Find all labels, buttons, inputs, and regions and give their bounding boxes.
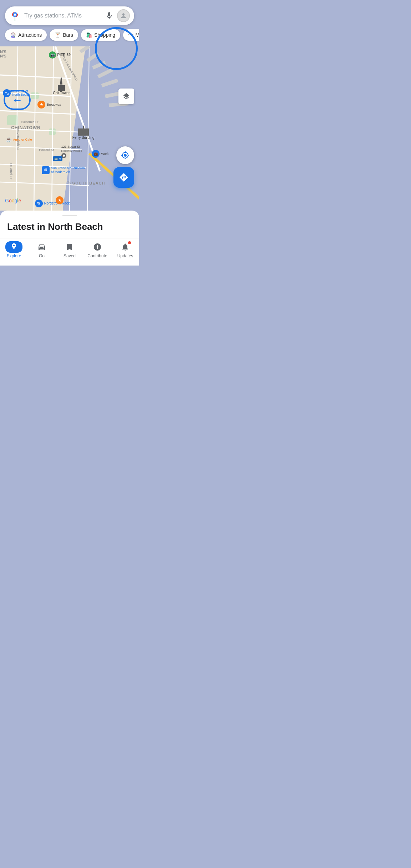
neighborhood-south-beach: SOUTH BEACH (72, 181, 105, 185)
pier39-marker: 📷 PIER 39 (49, 51, 71, 59)
svg-point-22 (14, 14, 16, 16)
svg-line-16 (93, 62, 105, 68)
updates-icon-wrap (120, 242, 130, 252)
shopping-icon: 🛍️ (86, 32, 92, 38)
contribute-icon-wrap (92, 242, 102, 252)
filter-pills-container: 🎡 Attractions 🍸 Bars 🛍️ Shopping ··· Mor… (0, 29, 139, 41)
explore-icon-bg (5, 241, 22, 253)
saved-icon-wrap (65, 242, 75, 252)
location-button[interactable] (116, 146, 134, 164)
natural-pet-marker: 🛍 Natural PetNorth Beach (3, 89, 30, 97)
filter-label-shopping: Shopping (94, 32, 115, 38)
svg-line-17 (98, 70, 112, 77)
more-dots-icon: ··· (128, 32, 134, 38)
bottom-sheet-handle (62, 215, 77, 216)
filter-pill-more[interactable]: ··· More (123, 29, 139, 41)
street-label-ofarrell: O'Farrell St (9, 163, 12, 179)
layers-button[interactable] (118, 89, 134, 104)
filter-pill-attractions[interactable]: 🎡 Attractions (5, 29, 47, 41)
neighborhood-chinatown: CHINATOWN (11, 125, 41, 130)
nav-item-saved[interactable]: Saved (59, 242, 80, 258)
bottom-sheet-title: Latest in North Beach (0, 221, 139, 238)
mic-icon[interactable] (105, 11, 113, 20)
spear-st-marker: 121 Spear St Recently viewed (61, 145, 82, 158)
svg-line-18 (102, 80, 118, 86)
go-icon-wrap (37, 242, 47, 252)
filter-pill-bars[interactable]: 🍸 Bars (50, 29, 78, 41)
nav-label-go: Go (39, 253, 45, 258)
neighborhood-north-beach-label: N'SN'S (0, 50, 6, 58)
street-label-california: California St (21, 120, 39, 124)
nordstrom-marker: 🛍 Nordstrom Rack (35, 200, 70, 207)
directions-fab[interactable] (113, 167, 134, 188)
bottom-sheet: Latest in North Beach Explore (0, 211, 139, 266)
filter-pill-shopping[interactable]: 🛍️ Shopping (81, 29, 120, 41)
bars-icon: 🍸 (55, 32, 61, 38)
bottom-nav: Explore Go Saved (0, 238, 139, 266)
search-bar[interactable]: Try gas stations, ATMs (5, 6, 134, 25)
another-cafe-marker: ☕ Another Cafe (6, 137, 32, 142)
filter-label-bars: Bars (63, 32, 73, 38)
map-area: The Embarcadero California St Howard St … (0, 0, 139, 211)
street-label-howard: Howard St (39, 148, 54, 152)
nav-item-updates[interactable]: Updates (115, 242, 136, 258)
filter-label-more: More (135, 32, 139, 38)
google-maps-logo-icon (9, 10, 21, 21)
attractions-icon: 🎡 (10, 32, 16, 38)
nav-item-go[interactable]: Go (31, 242, 52, 258)
svg-line-14 (80, 46, 89, 52)
account-icon[interactable] (117, 9, 130, 22)
nav-label-updates: Updates (117, 253, 133, 258)
explore-icon-wrap (9, 242, 19, 252)
nav-item-contribute[interactable]: Contribute (87, 242, 108, 258)
star-marker-2: ★ (56, 196, 64, 204)
search-placeholder-text: Try gas stations, ATMs (24, 12, 101, 19)
app-container: The Embarcadero California St Howard St … (0, 0, 139, 301)
filter-label-attractions: Attractions (18, 32, 42, 38)
nav-label-saved: Saved (64, 253, 76, 258)
updates-notification-dot (128, 241, 131, 244)
ferry-building-marker: Ferry Building (72, 128, 95, 140)
coit-tower-marker: Coit Tower (53, 76, 70, 95)
svg-line-9 (52, 46, 54, 211)
google-logo: G o o g l e (5, 198, 21, 203)
work-marker: 💼 Work (92, 150, 108, 158)
nav-item-explore[interactable]: Explore (3, 242, 25, 258)
svg-line-2 (0, 111, 75, 114)
transit-marker: 🚌 M (53, 156, 62, 161)
nav-label-contribute: Contribute (87, 253, 107, 258)
broadway-marker: ★ Broadway (37, 101, 61, 108)
nav-label-explore: Explore (7, 253, 21, 258)
sfmoma-marker: 🏛 San Francisco Museumof Modern Art (42, 166, 85, 174)
